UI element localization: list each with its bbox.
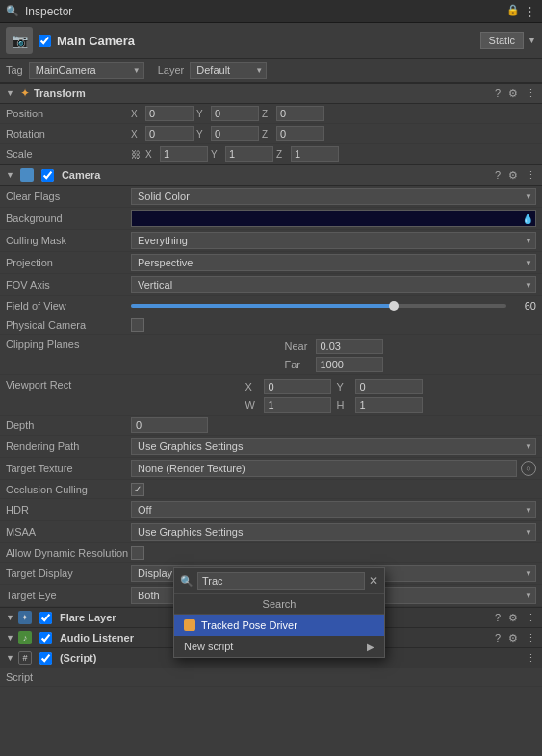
tag-select[interactable]: MainCamera: [29, 62, 144, 79]
bottom-container: ▼ # (Script) ⋮ Script 🔍 ✕ Search Tracked…: [0, 647, 542, 687]
search-header: 🔍 ✕: [174, 568, 384, 594]
audio-listener-checkbox[interactable]: [39, 632, 52, 644]
near-input[interactable]: [316, 339, 383, 354]
viewport-y-input[interactable]: [355, 379, 423, 394]
audio-settings-icon[interactable]: ⚙: [508, 632, 518, 644]
tag-layer-row: Tag MainCamera Layer Default: [0, 59, 542, 83]
physical-camera-checkbox[interactable]: [131, 318, 144, 332]
transform-settings-icon[interactable]: ⚙: [508, 88, 518, 100]
scale-y-label: Y: [211, 149, 222, 160]
position-x-input[interactable]: [145, 106, 194, 121]
hdr-row: HDR Off: [0, 499, 542, 521]
script-checkbox[interactable]: [39, 652, 52, 665]
audio-menu-icon[interactable]: ⋮: [526, 632, 536, 644]
clear-flags-row: Clear Flags Solid Color: [0, 186, 542, 208]
lock-icon[interactable]: 🔒: [506, 4, 520, 18]
rotation-x-input[interactable]: [145, 126, 194, 141]
transform-properties: Position X Y Z Rotation X Y Z Scale ⛓ X …: [0, 104, 542, 164]
transform-help-icon[interactable]: ?: [495, 88, 501, 99]
rendering-path-select[interactable]: Use Graphics Settings: [131, 438, 536, 455]
fov-axis-select[interactable]: Vertical: [131, 276, 536, 293]
camera-section-header[interactable]: ▼ Camera ? ⚙ ⋮: [0, 164, 542, 186]
transform-section-header[interactable]: ▼ ✦ Transform ? ⚙ ⋮: [0, 83, 542, 104]
flare-settings-icon[interactable]: ⚙: [508, 612, 518, 624]
audio-help-icon[interactable]: ?: [495, 632, 501, 643]
transform-title: Transform: [34, 88, 491, 99]
depth-input[interactable]: [131, 417, 208, 433]
camera-menu-icon[interactable]: ⋮: [526, 169, 536, 182]
eyedropper-icon[interactable]: 💧: [522, 214, 533, 224]
hdr-select[interactable]: Off: [131, 501, 536, 518]
transform-icon: ✦: [20, 87, 30, 100]
menu-icon[interactable]: ⋮: [524, 4, 536, 18]
camera-settings-icon[interactable]: ⚙: [508, 169, 518, 182]
target-texture-row: Target Texture None (Render Texture) ○: [0, 458, 542, 480]
position-z-input[interactable]: [276, 106, 324, 121]
projection-row: Projection Perspective: [0, 252, 542, 274]
culling-mask-label: Culling Mask: [6, 235, 131, 246]
position-y-input[interactable]: [211, 106, 259, 121]
field-of-view-row: Field of View 60: [0, 296, 542, 315]
background-color-field[interactable]: 💧: [131, 210, 536, 227]
scale-x-input[interactable]: [160, 146, 208, 162]
camera-help-icon[interactable]: ?: [495, 169, 501, 181]
projection-label: Projection: [6, 257, 131, 268]
position-row: Position X Y Z: [0, 104, 542, 124]
scale-z-input[interactable]: [291, 146, 339, 162]
flare-help-icon[interactable]: ?: [495, 612, 501, 623]
fov-axis-row: FOV Axis Vertical: [0, 274, 542, 296]
fov-slider-track[interactable]: [131, 304, 506, 308]
rotation-row: Rotation X Y Z: [0, 124, 542, 144]
transform-menu-icon[interactable]: ⋮: [526, 88, 536, 100]
clear-flags-select[interactable]: Solid Color: [131, 188, 536, 205]
msaa-select[interactable]: Use Graphics Settings: [131, 523, 536, 541]
tracked-pose-label: Tracked Pose Driver: [201, 619, 297, 631]
dynamic-resolution-checkbox[interactable]: [131, 546, 144, 560]
target-texture-label: Target Texture: [6, 463, 131, 474]
culling-mask-select[interactable]: Everything: [131, 232, 536, 249]
transform-foldout-arrow: ▼: [6, 88, 14, 98]
search-item-tracked-pose[interactable]: Tracked Pose Driver: [174, 615, 384, 636]
projection-select[interactable]: Perspective: [131, 254, 536, 271]
layer-select[interactable]: Default: [190, 62, 267, 79]
flare-layer-checkbox[interactable]: [39, 612, 52, 624]
scale-link-icon: ⛓: [131, 149, 141, 160]
camera-foldout-arrow: ▼: [6, 170, 14, 180]
scale-y-input[interactable]: [225, 146, 273, 162]
far-input[interactable]: [316, 357, 383, 372]
static-button[interactable]: Static: [480, 32, 525, 49]
viewport-h-input[interactable]: [355, 397, 423, 413]
script-row: Script: [0, 668, 542, 687]
search-label: Search: [174, 594, 384, 615]
target-texture-picker[interactable]: ○: [521, 461, 536, 476]
clear-flags-label: Clear Flags: [6, 190, 131, 202]
rotation-y-input[interactable]: [211, 126, 259, 141]
script-arrow: ▼: [6, 653, 14, 663]
new-script-arrow: ▶: [367, 642, 374, 652]
object-header: 📷 Main Camera Static ▼: [0, 23, 542, 59]
new-script-label: New script: [184, 641, 233, 652]
static-dropdown-arrow[interactable]: ▼: [528, 36, 536, 45]
rotation-z-input[interactable]: [276, 126, 324, 141]
viewport-w-input[interactable]: [264, 397, 331, 413]
scale-label: Scale: [6, 148, 131, 160]
search-clear-button[interactable]: ✕: [369, 574, 378, 588]
target-display-label: Target Display: [6, 567, 131, 579]
flare-layer-arrow: ▼: [6, 613, 14, 622]
script-menu-icon[interactable]: ⋮: [526, 652, 536, 665]
occlusion-culling-checkbox[interactable]: [131, 483, 144, 496]
viewport-rect-row: Viewport Rect X Y W H: [0, 375, 542, 416]
flare-menu-icon[interactable]: ⋮: [526, 612, 536, 624]
fov-axis-label: FOV Axis: [6, 279, 131, 290]
search-input[interactable]: [197, 572, 365, 590]
inspector-icon: 🔍: [6, 5, 19, 17]
depth-label: Depth: [6, 419, 131, 431]
search-item-new-script[interactable]: New script ▶: [174, 636, 384, 657]
physical-camera-label: Physical Camera: [6, 319, 131, 331]
object-name[interactable]: Main Camera: [57, 34, 475, 48]
clipping-planes-label: Clipping Planes: [6, 339, 131, 350]
viewport-x-input[interactable]: [264, 379, 331, 394]
rotation-label: Rotation: [6, 128, 131, 139]
object-active-checkbox[interactable]: [39, 35, 51, 47]
camera-active-checkbox[interactable]: [41, 169, 54, 182]
